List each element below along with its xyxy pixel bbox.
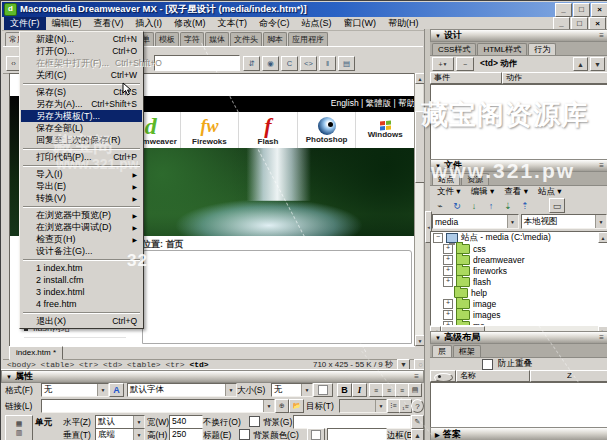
site-file-tree[interactable]: ▲ −站点 - media (C:\media)+css+dreamweaver… [430,231,607,326]
menubar-item-6[interactable]: 命令(C) [253,17,296,30]
file-menu-item-25[interactable]: 4 free.htm [21,298,142,310]
file-menu-item-23[interactable]: 2 install.cfm [21,274,142,286]
menubar-item-7[interactable]: 站点(S) [296,17,338,30]
file-menu-item-18[interactable]: 在浏览器中调试(D)▶ [21,221,142,233]
expand-box-icon[interactable]: + [443,321,453,327]
minimize-button[interactable]: _ [555,3,572,17]
file-menu-item-0[interactable]: 新建(N)...Ctrl+N [21,33,142,45]
file-menu-item-9[interactable]: 回复至上次的保存(R) [21,134,142,146]
design-tab-0[interactable]: CSS样式 [432,43,476,55]
menubar-item-4[interactable]: 修改(M) [168,17,212,30]
italic-button[interactable]: I [352,383,367,397]
browse-folder-icon[interactable]: 📂 [289,399,304,413]
expand-box-icon[interactable]: + [443,255,453,265]
logo-flash[interactable]: fFlash [239,112,298,148]
reference-icon[interactable]: <> [300,56,317,71]
expand-box-icon[interactable]: + [443,310,453,320]
file-menu-item-27[interactable]: 退出(X)Ctrl+Q [21,315,142,327]
height-input[interactable]: 250 [169,428,203,440]
site-dropdown[interactable]: media▼ [432,214,519,229]
chevron-down-icon[interactable]: ▼ [301,384,312,396]
tree-scroll-up-icon[interactable]: ▲ [598,232,607,243]
file-menu-item-11[interactable]: 打印代码(P)...Ctrl+P [21,151,142,163]
files-menu-0[interactable]: 文件 ▾ [433,186,465,198]
quick-tag-pencil-icon[interactable]: ✎ [411,415,424,429]
expand-box-icon[interactable]: + [443,277,453,287]
panel-menu-icon[interactable]: ≡ [599,31,604,40]
view-dropdown[interactable]: 本地视图▼ [521,214,607,229]
align-justify-icon[interactable]: ▤ [408,383,422,397]
files-panel-header[interactable]: ▼ 文件 ≡ [430,159,607,172]
tag-selector-tag[interactable]: <tr> [165,360,189,369]
refresh-icon[interactable]: ↻ [450,199,464,212]
tag-selector-tag[interactable]: <table> [127,360,165,369]
css-toggle-icon[interactable]: A [109,383,124,397]
file-menu-item-20[interactable]: 设计备注(G)... [21,245,142,257]
insert-tab-7[interactable]: 字符 [180,32,204,46]
file-menu-item-3[interactable]: 关闭(C)Ctrl+W [21,69,142,81]
panel-menu-icon[interactable]: ≡ [414,372,419,381]
behaviors-list[interactable] [430,84,607,162]
expand-box-icon[interactable]: + [443,244,453,254]
get-file-icon[interactable]: ↓ [467,199,481,212]
insert-tab-6[interactable]: 模板 [155,32,179,46]
font-dropdown[interactable]: 默认字体▼ [127,383,237,397]
titlebar[interactable]: d Macromedia Dreamweaver MX - [双子星设计 (me… [2,2,607,17]
files-menu-1[interactable]: 编辑 ▾ [467,186,499,198]
chevron-down-icon[interactable]: ▼ [375,400,386,412]
answers-panel-header[interactable]: ▶ 答案 [430,427,607,440]
bgcolor-input[interactable] [327,428,387,440]
check-out-icon[interactable]: ⇣ [501,199,515,212]
refresh-icon[interactable]: C [281,56,298,71]
layout-panel-header[interactable]: ▼ 高级布局 ≡ [430,331,607,344]
width-input[interactable]: 540 [169,415,203,429]
insert-tab-8[interactable]: 媒体 [205,32,229,46]
chevron-down-icon[interactable]: ▼ [595,215,606,228]
cell-merge-split-icons[interactable]: ▦▥ [5,415,33,440]
nowrap-checkbox[interactable] [249,416,260,427]
document-tab[interactable]: index.htm * [9,346,63,360]
collapse-box-icon[interactable]: − [433,233,443,243]
target-dropdown[interactable]: ▼ [339,399,387,413]
file-menu-item-22[interactable]: 1 index.htm [21,262,142,274]
code-navigation-icon[interactable]: ‖ [319,56,336,71]
layout-tab-0[interactable]: 层 [432,345,452,357]
insert-tab-11[interactable]: 应用程序 [288,32,328,46]
bgcolor-swatch[interactable] [307,428,325,440]
files-menu-2[interactable]: 查看 ▾ [500,186,532,198]
menubar-item-0[interactable]: 文件(F) [4,17,46,30]
chevron-down-icon[interactable]: ▼ [507,215,518,228]
chevron-down-icon[interactable]: ▼ [263,400,274,412]
files-tab-0[interactable]: 站点 [432,173,460,185]
menubar-item-2[interactable]: 查看(V) [88,17,130,30]
file-management-icon[interactable]: ⇵ [243,56,260,71]
expand-box-icon[interactable]: + [443,266,453,276]
tag-selector-tag[interactable]: <tr> [79,360,103,369]
file-menu-item-17[interactable]: 在浏览器中预览(P)▶ [21,209,142,221]
document-scrollbar[interactable]: ▲ ▼ [414,73,423,346]
window-size-popup-icon[interactable]: ▼ [397,359,410,370]
header-checkbox[interactable] [239,429,250,440]
connect-icon[interactable]: ⌁ [433,199,447,212]
tag-selector-tag[interactable]: <td> [103,360,127,369]
file-menu-item-24[interactable]: 3 index.html [21,286,142,298]
size-dropdown[interactable]: 无▼ [271,383,313,397]
files-tab-1[interactable]: 资源 [461,173,489,185]
move-up-icon[interactable]: ▲ [573,57,588,71]
logo-firewoks[interactable]: fwFirewoks [181,112,240,148]
panel-menu-icon[interactable]: ≡ [599,161,604,170]
preview-in-browser-icon[interactable]: ◉ [262,56,279,71]
chevron-down-icon[interactable]: ▼ [225,384,236,396]
link-combo[interactable]: ▼ [41,399,275,413]
chevron-down-icon[interactable]: ▼ [133,416,144,428]
file-menu-item-5[interactable]: 保存(S)Ctrl+S [21,86,142,98]
move-down-icon[interactable]: ▼ [590,57,605,71]
file-menu-item-15[interactable]: 转换(V)▶ [21,192,142,204]
bold-button[interactable]: B [337,383,352,397]
tag-selector-tag[interactable]: <td> [189,360,208,369]
menubar-item-5[interactable]: 文本(T) [212,17,254,30]
layout-tab-1[interactable]: 框架 [453,345,481,357]
align-left-icon[interactable]: ≡ [369,383,383,397]
file-menu-item-1[interactable]: 打开(O)...Ctrl+O [21,45,142,57]
align-center-icon[interactable]: ≡ [382,383,396,397]
